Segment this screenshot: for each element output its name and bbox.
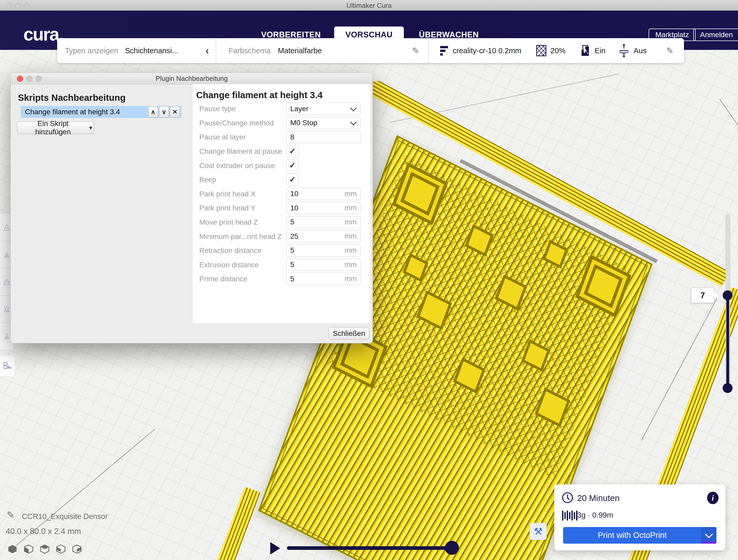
- infill-icon: [536, 44, 547, 57]
- add-script-label: Ein Skript hinzufügen: [19, 119, 87, 136]
- qr-module: [542, 240, 568, 268]
- window-titlebar: Ultimaker Cura: [0, 0, 738, 11]
- remove-script-button[interactable]: ✕: [170, 106, 180, 118]
- field-label: Retraction distance: [193, 246, 262, 255]
- field-label: Beep: [193, 175, 216, 184]
- chevron-down-icon: [350, 105, 357, 111]
- row-minimum-park-z: Minimum par...rint head Z mm: [193, 229, 370, 243]
- support-value[interactable]: Ein: [595, 46, 606, 55]
- print-summary-panel: 20 Minuten i 3g · 0.99m Print with OctoP…: [554, 484, 725, 550]
- field-label: Change filament at pause: [193, 147, 282, 155]
- change-filament-checkbox[interactable]: ✓: [286, 145, 299, 157]
- adhesion-icon: [618, 44, 630, 57]
- printer-profile-section[interactable]: creality-cr-10 0.2mm 20% Ein Aus ✎: [429, 38, 684, 63]
- unit-label: mm: [345, 218, 357, 226]
- field-label: Park print head X: [193, 190, 256, 198]
- model-dimensions: 40.0 x 80.0 x 2.4 mm: [6, 527, 81, 536]
- current-layer-flag[interactable]: 7: [691, 288, 714, 303]
- row-move-z: Move print head Z mm: [193, 215, 370, 229]
- view-right-icon[interactable]: [72, 544, 82, 554]
- row-retraction-distance: Retraction distance mm: [193, 243, 370, 258]
- print-with-octoprint-button[interactable]: Print with OctoPrint: [563, 527, 716, 544]
- script-settings-panel: Change filament at height 3.4 Pause type…: [192, 84, 371, 324]
- row-beep: Beep ✓: [193, 173, 370, 187]
- qr-module: [417, 291, 452, 330]
- printer-profile-value[interactable]: creality-cr-10 0.2mm: [453, 46, 521, 55]
- checkmark-icon: ✓: [289, 147, 296, 155]
- script-settings-form: Pause type Layer Pause/Change method M0 …: [193, 102, 370, 286]
- cool-extruder-checkbox[interactable]: ✓: [286, 159, 299, 171]
- move-script-down-button[interactable]: ∨: [159, 106, 169, 118]
- row-extrusion-distance: Extrusion distance mm: [193, 258, 370, 272]
- view-type-section[interactable]: Typen anzeigen Schichtenansi... ‹: [57, 38, 216, 63]
- support-blocker-button[interactable]: [0, 355, 15, 377]
- move-script-up-button[interactable]: ∧: [148, 106, 158, 118]
- selected-script-row[interactable]: Change filament at height 3.4 ∧ ∨ ✕: [21, 106, 181, 118]
- infill-value[interactable]: 20%: [550, 46, 566, 55]
- qr-module: [453, 358, 485, 394]
- pause-type-select[interactable]: Layer: [286, 103, 361, 115]
- scale-icon: [3, 251, 11, 258]
- collapse-chevron-icon[interactable]: ‹: [206, 45, 209, 56]
- qr-module: [521, 340, 550, 372]
- color-scheme-section[interactable]: Farbschema Materialfarbe ✎: [216, 38, 428, 63]
- qr-module: [535, 388, 570, 427]
- close-dialog-button[interactable]: Schließen: [329, 327, 369, 340]
- field-label: Cool extruder on pause: [193, 161, 275, 170]
- field-label: Prime distance: [193, 275, 247, 283]
- support-blocker-icon: [2, 361, 13, 371]
- dialog-titlebar[interactable]: Plugin Nachbearbeitung: [11, 73, 373, 84]
- edit-pencil-icon[interactable]: ✎: [412, 45, 420, 56]
- timeline-handle[interactable]: [445, 541, 459, 555]
- select-value: M0 Stop: [287, 119, 351, 127]
- layer-slider-upper-handle[interactable]: [723, 291, 733, 300]
- print-button-label: Print with OctoPrint: [563, 527, 701, 544]
- qr-module: [495, 274, 527, 311]
- per-model-settings-icon: [3, 333, 11, 340]
- unit-label: mm: [345, 232, 357, 240]
- mirror-icon: [3, 305, 11, 313]
- row-pause-at-layer: Pause at layer: [193, 130, 370, 144]
- pause-method-select[interactable]: M0 Stop: [286, 117, 361, 129]
- model-name: CCR10_Exquisite Densor: [22, 512, 107, 521]
- selected-script-label: Change filament at height 3.4: [21, 108, 148, 116]
- play-button[interactable]: [270, 542, 280, 555]
- chevron-down-icon: [705, 530, 713, 538]
- print-options-dropdown[interactable]: [701, 527, 716, 544]
- clock-icon: [562, 492, 574, 504]
- color-scheme-label: Farbschema: [229, 46, 271, 55]
- layer-slider-range: [726, 295, 729, 388]
- script-settings-heading: Change filament at height 3.4: [196, 90, 323, 100]
- material-usage-icon: [562, 510, 578, 521]
- info-icon[interactable]: i: [707, 492, 719, 504]
- view-left-icon[interactable]: [56, 544, 66, 554]
- qr-module: [465, 224, 494, 256]
- rename-model-icon[interactable]: ✎: [7, 510, 15, 521]
- row-park-x: Park print head X mm: [193, 187, 370, 201]
- pause-at-layer-input[interactable]: [286, 131, 361, 143]
- edit-pencil-icon[interactable]: ✎: [666, 45, 674, 56]
- row-cool-extruder: Cool extruder on pause ✓: [193, 158, 370, 173]
- view-top-icon[interactable]: [39, 544, 50, 554]
- view-front-icon[interactable]: [23, 544, 34, 554]
- adhesion-value[interactable]: Aus: [634, 46, 647, 55]
- beep-checkbox[interactable]: ✓: [286, 173, 299, 186]
- color-scheme-value[interactable]: Materialfarbe: [278, 46, 322, 55]
- signin-button[interactable]: Anmelden: [693, 29, 738, 41]
- timeline-track[interactable]: [287, 546, 448, 550]
- view-3d-icon[interactable]: [7, 544, 18, 554]
- unit-label: mm: [345, 260, 357, 269]
- unit-label: mm: [345, 189, 357, 198]
- layer-slider-lower-handle[interactable]: [723, 383, 733, 393]
- field-label: Pause type: [193, 105, 236, 113]
- chevron-down-icon: [350, 119, 357, 125]
- add-script-button[interactable]: Ein Skript hinzufügen: [17, 121, 94, 134]
- select-value: Layer: [287, 105, 351, 113]
- material-usage-estimate: 3g · 0.99m: [577, 511, 613, 520]
- qr-finder-square: [392, 162, 448, 225]
- view-type-value[interactable]: Schichtenansi...: [125, 46, 178, 55]
- machine-settings-button[interactable]: ⚒: [529, 523, 547, 540]
- field-label: Park print head Y: [193, 204, 256, 212]
- app-window: 7 ⚒ ✎ CCR10_Exquisite Densor 40.0 x 80.0…: [0, 0, 738, 560]
- window-title: Ultimaker Cura: [0, 2, 738, 10]
